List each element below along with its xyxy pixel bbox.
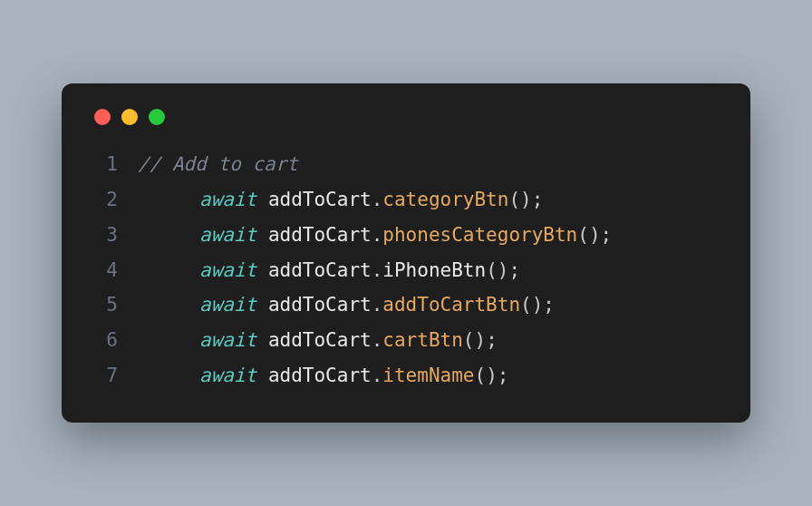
dot-operator: . bbox=[372, 365, 383, 386]
code-object: addToCart bbox=[268, 365, 372, 386]
code-object: addToCart bbox=[268, 294, 372, 316]
code-content: await addToCart.categoryBtn(); bbox=[138, 182, 543, 218]
code-content: await addToCart.iPhoneBtn(); bbox=[138, 253, 520, 288]
code-content: await addToCart.cartBtn(); bbox=[138, 323, 498, 358]
code-content: await addToCart.phonesCategoryBtn(); bbox=[138, 218, 612, 253]
call-suffix: (); bbox=[577, 224, 612, 246]
line-number: 7 bbox=[89, 358, 118, 394]
code-method: iPhoneBtn bbox=[382, 259, 486, 281]
code-content: await addToCart.itemName(); bbox=[138, 358, 508, 394]
code-line: 5await addToCart.addToCartBtn(); bbox=[89, 287, 723, 323]
code-line: 6await addToCart.cartBtn(); bbox=[89, 323, 723, 358]
keyword-await: await bbox=[199, 224, 256, 246]
keyword-await: await bbox=[199, 365, 256, 386]
code-method: addToCartBtn bbox=[382, 294, 520, 316]
keyword-await: await bbox=[199, 294, 256, 316]
code-window: 1// Add to cart2await addToCart.category… bbox=[62, 83, 750, 423]
line-number: 4 bbox=[89, 253, 118, 288]
dot-operator: . bbox=[372, 224, 383, 246]
line-number: 6 bbox=[89, 323, 118, 358]
keyword-await: await bbox=[199, 189, 256, 210]
dot-operator: . bbox=[372, 259, 383, 281]
call-suffix: (); bbox=[520, 294, 555, 316]
code-line: 7await addToCart.itemName(); bbox=[89, 358, 723, 394]
code-method: phonesCategoryBtn bbox=[382, 224, 577, 246]
code-method: itemName bbox=[382, 365, 474, 386]
code-content: await addToCart.addToCartBtn(); bbox=[138, 287, 555, 323]
maximize-icon[interactable] bbox=[149, 109, 165, 125]
window-controls bbox=[94, 109, 723, 125]
line-number: 3 bbox=[89, 218, 118, 253]
line-number: 1 bbox=[89, 147, 118, 182]
code-object: addToCart bbox=[268, 224, 372, 246]
code-content: // Add to cart bbox=[138, 147, 298, 182]
call-suffix: (); bbox=[508, 189, 543, 210]
code-object: addToCart bbox=[268, 189, 372, 210]
line-number: 5 bbox=[89, 287, 118, 323]
line-number: 2 bbox=[89, 182, 118, 218]
code-block: 1// Add to cart2await addToCart.category… bbox=[89, 147, 723, 394]
code-line: 4await addToCart.iPhoneBtn(); bbox=[89, 253, 723, 288]
call-suffix: (); bbox=[463, 329, 498, 351]
code-object: addToCart bbox=[268, 259, 372, 281]
minimize-icon[interactable] bbox=[121, 109, 138, 125]
call-suffix: (); bbox=[474, 365, 508, 386]
dot-operator: . bbox=[372, 189, 383, 210]
code-comment: // Add to cart bbox=[138, 153, 298, 175]
close-icon[interactable] bbox=[94, 109, 111, 125]
code-line: 2await addToCart.categoryBtn(); bbox=[89, 182, 723, 218]
code-object: addToCart bbox=[268, 329, 372, 351]
code-method: categoryBtn bbox=[382, 189, 508, 210]
keyword-await: await bbox=[199, 329, 256, 351]
dot-operator: . bbox=[372, 294, 383, 316]
code-method: cartBtn bbox=[382, 329, 463, 351]
code-line: 1// Add to cart bbox=[89, 147, 723, 182]
keyword-await: await bbox=[199, 259, 256, 281]
dot-operator: . bbox=[372, 329, 383, 351]
code-line: 3await addToCart.phonesCategoryBtn(); bbox=[89, 218, 723, 253]
call-suffix: (); bbox=[486, 259, 520, 281]
